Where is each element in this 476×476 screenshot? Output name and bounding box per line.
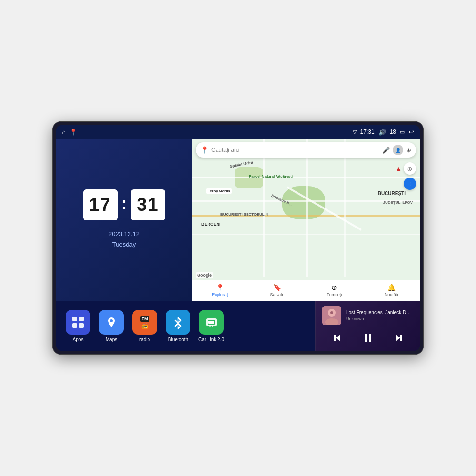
map-news-icon: 🔔 <box>387 284 396 291</box>
map-controls: ◎ ⊹ <box>404 162 416 190</box>
music-next-button[interactable] <box>390 331 407 345</box>
svg-rect-8 <box>209 325 211 327</box>
home-icon[interactable]: ⌂ <box>62 129 66 136</box>
status-time: 17:31 <box>360 129 375 135</box>
svg-rect-2 <box>72 323 77 328</box>
volume-icon: 🔊 <box>378 129 386 136</box>
clock-display: 17 : 31 <box>83 189 165 220</box>
clock-minutes: 31 <box>131 189 165 220</box>
maps-label: Maps <box>106 337 117 342</box>
map-saved-label: Salvate <box>270 292 285 297</box>
radio-label: radio <box>139 337 150 342</box>
clock-hours: 17 <box>83 189 118 220</box>
map-navigate-button[interactable]: ⊹ <box>404 178 416 190</box>
svg-rect-17 <box>369 334 371 342</box>
map-label-parc: Parcul Natural Văcărești <box>249 174 287 178</box>
app-item-bluetooth[interactable]: Bluetooth <box>164 310 192 342</box>
svg-rect-1 <box>79 317 84 321</box>
clock-date: 2023.12.12 Tuesday <box>109 229 139 250</box>
top-section: 17 : 31 2023.12.12 Tuesday <box>56 139 420 301</box>
device-screen: ⌂ 📍 ▽ 17:31 🔊 18 ▭ ↩ 17 : <box>56 125 420 351</box>
bluetooth-icon <box>166 310 190 335</box>
music-player: Lost Frequencies_Janieck Devy-... Unknow… <box>315 301 420 351</box>
volume-level: 18 <box>390 129 396 135</box>
svg-rect-7 <box>208 321 214 324</box>
music-title: Lost Frequencies_Janieck Devy-... <box>346 310 413 315</box>
map-panel[interactable]: TRAPEZULUI BUCUREȘTI JUDEȚUL ILFOV BERCE… <box>192 139 420 301</box>
map-nav-saved[interactable]: 🔖 Salvate <box>249 280 306 301</box>
map-search-input[interactable]: Căutați aici <box>211 147 379 153</box>
map-send-label: Trimiteți <box>327 292 342 297</box>
map-label-bucuresti: BUCUREȘTI <box>378 191 406 196</box>
clock-colon: : <box>121 194 127 214</box>
music-text: Lost Frequencies_Janieck Devy-... Unknow… <box>346 310 413 321</box>
map-label-judet: JUDEȚUL ILFOV <box>383 200 413 205</box>
status-left-icons: ⌂ 📍 <box>62 129 77 136</box>
map-news-label: Noutăți <box>385 292 398 297</box>
map-explore-icon: 📍 <box>216 284 224 291</box>
music-album-art <box>322 306 341 325</box>
carlink-label: Car Link 2.0 <box>198 337 224 342</box>
location-nav-icon[interactable]: 📍 <box>69 129 77 136</box>
map-label-leroy: Leroy Merlin <box>206 188 232 194</box>
apps-label: Apps <box>73 337 84 342</box>
apps-icon <box>66 310 90 335</box>
svg-rect-0 <box>72 317 77 321</box>
svg-marker-14 <box>336 335 340 341</box>
back-icon[interactable]: ↩ <box>408 128 414 136</box>
music-controls <box>322 328 413 346</box>
music-info: Lost Frequencies_Janieck Devy-... Unknow… <box>322 306 413 325</box>
bluetooth-label: Bluetooth <box>168 337 188 342</box>
google-logo: Google <box>196 272 213 278</box>
map-bottom-nav: 📍 Explorați 🔖 Salvate ⊕ Trimiteți 🔔 <box>192 280 420 301</box>
map-search-bar[interactable]: 📍 Căutați aici 🎤 👤 ⊕ <box>196 142 416 158</box>
map-surface: TRAPEZULUI BUCUREȘTI JUDEȚUL ILFOV BERCE… <box>192 139 420 301</box>
app-item-maps[interactable]: Maps <box>97 310 126 342</box>
map-nav-news[interactable]: 🔔 Noutăți <box>363 280 420 301</box>
music-artist: Unknown <box>346 317 413 321</box>
clock-panel: 17 : 31 2023.12.12 Tuesday <box>56 139 192 301</box>
status-right-icons: ▽ 17:31 🔊 18 ▭ ↩ <box>353 128 414 136</box>
radio-icon: FM 📻 <box>132 310 157 335</box>
svg-rect-16 <box>365 334 367 342</box>
music-play-button[interactable] <box>359 331 377 345</box>
map-label-berceni: BERCENI <box>201 222 221 227</box>
carlink-icon <box>199 310 224 335</box>
apps-row: Apps Maps FM <box>56 301 315 351</box>
map-red-pin: ▲ <box>395 165 402 172</box>
app-item-carlink[interactable]: Car Link 2.0 <box>197 310 226 342</box>
map-nav-send[interactable]: ⊕ Trimiteți <box>306 280 363 301</box>
map-compass-button[interactable]: ◎ <box>404 162 416 175</box>
map-user-avatar[interactable]: 👤 <box>393 145 403 155</box>
svg-rect-19 <box>400 335 402 341</box>
svg-rect-15 <box>334 335 336 341</box>
map-label-sector4: BUCUREȘTI SECTORUL 4 <box>220 212 268 217</box>
svg-point-13 <box>330 311 333 314</box>
app-item-apps[interactable]: Apps <box>64 310 92 342</box>
music-prev-button[interactable] <box>329 331 346 345</box>
main-content: 17 : 31 2023.12.12 Tuesday <box>56 139 420 351</box>
device-frame: ⌂ 📍 ▽ 17:31 🔊 18 ▭ ↩ 17 : <box>52 121 424 355</box>
svg-rect-9 <box>212 325 213 327</box>
map-saved-icon: 🔖 <box>273 284 281 291</box>
svg-marker-18 <box>396 335 400 341</box>
app-item-radio[interactable]: FM 📻 radio <box>130 310 159 342</box>
map-mic-icon[interactable]: 🎤 <box>382 147 390 154</box>
map-explore-label: Explorați <box>212 292 228 297</box>
bottom-section: Apps Maps FM <box>56 301 420 351</box>
map-search-pin-icon: 📍 <box>200 146 208 154</box>
map-send-icon: ⊕ <box>331 284 337 291</box>
map-layers-icon[interactable]: ⊕ <box>406 147 411 154</box>
status-bar: ⌂ 📍 ▽ 17:31 🔊 18 ▭ ↩ <box>56 125 420 139</box>
map-nav-explore[interactable]: 📍 Explorați <box>192 280 249 301</box>
maps-icon <box>99 310 124 335</box>
svg-rect-3 <box>79 323 84 328</box>
battery-icon: ▭ <box>400 129 405 135</box>
signal-icon: ▽ <box>353 129 357 135</box>
svg-point-4 <box>110 319 113 322</box>
